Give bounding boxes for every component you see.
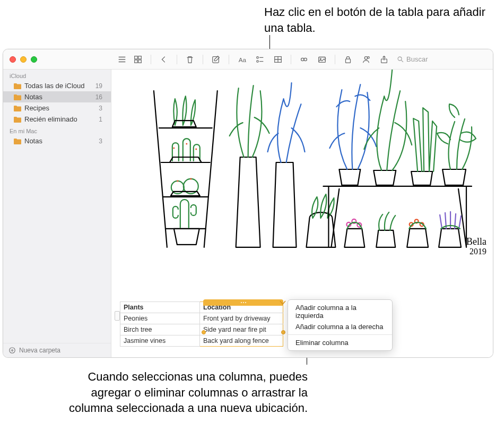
checklist-button[interactable] (255, 54, 265, 65)
link-button[interactable] (299, 54, 309, 65)
svg-point-29 (173, 148, 175, 149)
sidebar-item-count: 1 (99, 116, 105, 123)
table-row[interactable]: Jasmine vines Back yard along fence (120, 335, 283, 347)
new-folder-button[interactable]: Nueva carpeta (3, 343, 111, 357)
drawing-signature: Bella (466, 236, 486, 247)
table-cell[interactable]: Front yard by driveway (200, 313, 283, 324)
svg-point-11 (257, 60, 259, 62)
folder-icon (14, 116, 21, 123)
svg-point-35 (190, 178, 192, 179)
search-placeholder: Buscar (406, 55, 428, 63)
toolbar: Aa Buscar (111, 54, 493, 65)
table-cell[interactable]: Jasmine vines (120, 335, 200, 347)
sidebar-item-label: Notas (24, 93, 92, 101)
column-context-menu: Añadir columna a la izquierda Añadir col… (288, 299, 393, 351)
menu-separator (288, 334, 392, 335)
sidebar-section-header[interactable]: iCloud (3, 70, 111, 80)
column-handle-selected[interactable] (203, 299, 283, 306)
sidebar-item-count: 16 (95, 93, 105, 101)
note-content[interactable]: Bella 2019 Plants Location Peonie (111, 70, 493, 357)
sidebar-item-label: Notas (24, 137, 95, 145)
note-table[interactable]: Plants Location Peonies Front yard by dr… (120, 301, 283, 347)
svg-rect-6 (138, 59, 141, 62)
sidebar-item-all-icloud[interactable]: Todas las de iCloud 19 (3, 80, 111, 91)
svg-point-31 (195, 149, 197, 150)
svg-text:Aa: Aa (239, 56, 247, 63)
folder-icon (14, 94, 21, 100)
svg-point-17 (304, 58, 307, 61)
note-table-wrap: Plants Location Peonies Front yard by dr… (117, 301, 393, 347)
close-window-button[interactable] (10, 56, 16, 63)
svg-point-24 (398, 57, 402, 61)
new-folder-label: Nueva carpeta (19, 347, 60, 354)
folder-icon (14, 105, 21, 111)
collaborate-button[interactable] (361, 54, 371, 65)
svg-point-30 (186, 143, 187, 145)
lock-button[interactable] (343, 54, 353, 65)
sidebar-item-count: 3 (99, 105, 105, 112)
chevron-down-icon[interactable] (280, 300, 286, 305)
svg-rect-3 (135, 56, 137, 58)
minimize-window-button[interactable] (20, 56, 27, 63)
table-cell[interactable]: Peonies (120, 313, 200, 324)
menu-item-add-col-right[interactable]: Añadir columna a la derecha (288, 321, 392, 332)
sidebar-item-count: 19 (95, 82, 105, 90)
callout-top-text: Haz clic en el botón de la tabla para añ… (264, 4, 487, 36)
table-button[interactable] (273, 54, 283, 65)
folder-icon (14, 138, 21, 144)
callout-bottom-text: Cuando seleccionas una columna, puedes a… (56, 369, 308, 416)
sidebar-item-trash[interactable]: Recién eliminado 1 (3, 114, 111, 125)
sidebar-item-label: Recién eliminado (24, 115, 95, 123)
maximize-window-button[interactable] (31, 56, 37, 63)
share-button[interactable] (379, 54, 389, 65)
svg-rect-4 (138, 56, 141, 58)
format-button[interactable]: Aa (237, 54, 247, 65)
svg-point-19 (320, 58, 321, 59)
search-field[interactable]: Buscar (397, 55, 460, 63)
back-button[interactable] (159, 54, 169, 65)
plants-drawing: Bella 2019 (111, 70, 493, 261)
svg-line-25 (401, 60, 403, 62)
notes-window: Aa Buscar iCloud Todas las de iCloud 19 (3, 49, 493, 358)
media-button[interactable] (317, 54, 327, 65)
search-icon (397, 56, 404, 63)
titlebar: Aa Buscar (3, 49, 493, 70)
table-row[interactable]: Peonies Front yard by driveway (120, 313, 283, 324)
svg-point-21 (364, 56, 367, 59)
svg-rect-20 (346, 59, 351, 63)
sidebar: iCloud Todas las de iCloud 19 Notas 16 R… (3, 70, 111, 357)
menu-item-add-col-left[interactable]: Añadir columna a la izquierda (288, 302, 392, 321)
sidebar-item-label: Recipes (24, 104, 95, 112)
sidebar-item-local-notas[interactable]: Notas 3 (3, 135, 111, 147)
svg-point-9 (257, 56, 259, 58)
menu-item-delete-col[interactable]: Eliminar columna (288, 337, 392, 348)
list-view-button[interactable] (117, 54, 127, 65)
svg-point-16 (301, 58, 304, 61)
table-cell[interactable]: Back yard along fence (200, 335, 283, 347)
table-header[interactable]: Plants (120, 302, 200, 313)
new-note-button[interactable] (211, 54, 221, 65)
delete-button[interactable] (185, 54, 195, 65)
sidebar-section-header[interactable]: En mi Mac (3, 125, 111, 135)
svg-point-22 (368, 56, 370, 58)
svg-text:2019: 2019 (469, 247, 486, 256)
folder-icon (14, 83, 21, 89)
table-cell[interactable]: Side yard near fire pit (200, 324, 283, 335)
table-cell[interactable]: Birch tree (120, 324, 200, 335)
svg-rect-5 (135, 59, 137, 62)
sidebar-item-recipes[interactable]: Recipes 3 (3, 102, 111, 114)
selection-handle[interactable] (202, 330, 206, 334)
sidebar-item-count: 3 (99, 137, 105, 145)
row-handle[interactable] (115, 311, 120, 321)
plus-circle-icon (8, 347, 16, 354)
callout-line (269, 35, 270, 50)
sidebar-item-label: Todas las de iCloud (24, 82, 92, 90)
sidebar-item-notas[interactable]: Notas 16 (3, 91, 111, 102)
grid-view-button[interactable] (133, 54, 143, 65)
selection-handle[interactable] (281, 330, 285, 334)
svg-point-34 (177, 180, 178, 182)
window-controls (3, 56, 111, 63)
svg-rect-7 (213, 56, 219, 63)
